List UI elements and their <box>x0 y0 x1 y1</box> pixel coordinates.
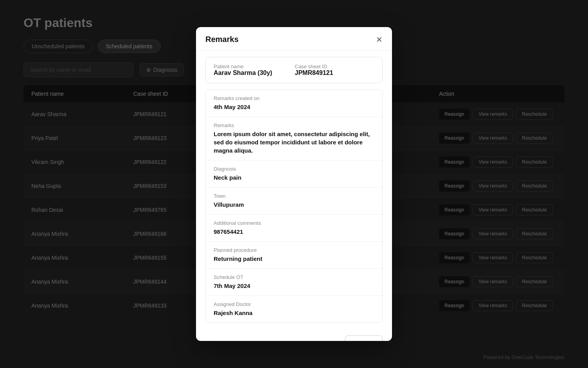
town-label: Town <box>214 193 374 199</box>
remarks-text-section: Remarks Lorem ipsum dolor sit amet, cons… <box>206 117 382 160</box>
town-value: Villupuram <box>214 200 374 209</box>
assigned-doctor-label: Assigned Doctor <box>214 301 374 307</box>
patient-name-label: Patient name <box>214 64 293 69</box>
remarks-value: Lorem ipsum dolor sit amet, consectetur … <box>214 130 374 155</box>
diagnosis-label: Diagnosis <box>214 166 374 172</box>
modal-header: Remarks ✕ <box>196 27 392 51</box>
modal-overlay: Remarks ✕ Patient name Aarav Sharma (30y… <box>0 0 588 368</box>
schedule-ot-label: Schedule OT <box>214 274 374 280</box>
diagnosis-value: Neck pain <box>214 173 374 182</box>
diagnosis-section: Diagnosis Neck pain <box>206 160 382 188</box>
assigned-doctor-value: Rajesh Kanna <box>214 309 374 317</box>
planned-procedure-value: Returning patient <box>214 255 374 263</box>
case-sheet-label: Case sheet ID <box>295 64 374 69</box>
modal-footer: Close <box>196 329 392 341</box>
remarks-modal: Remarks ✕ Patient name Aarav Sharma (30y… <box>196 27 392 341</box>
additional-comments-label: Additional comments <box>214 220 374 226</box>
modal-title: Remarks <box>205 35 239 44</box>
remarks-content: Remarks created on 4th May 2024 Remarks … <box>205 89 383 323</box>
remarks-created-value: 4th May 2024 <box>214 103 374 111</box>
town-section: Town Villupuram <box>206 188 382 215</box>
patient-info-card: Patient name Aarav Sharma (30y) Case she… <box>205 57 383 83</box>
remarks-created-section: Remarks created on 4th May 2024 <box>206 90 382 117</box>
patient-name-value: Aarav Sharma (30y) <box>214 69 293 77</box>
assigned-doctor-section: Assigned Doctor Rajesh Kanna <box>206 296 382 322</box>
schedule-ot-section: Schedule OT 7th May 2024 <box>206 269 382 296</box>
remarks-created-label: Remarks created on <box>214 95 374 101</box>
planned-procedure-section: Planned procedure Returning patient <box>206 242 382 269</box>
additional-comments-section: Additional comments 987654421 <box>206 215 382 242</box>
case-sheet-section: Case sheet ID JPMR849121 <box>295 64 374 77</box>
schedule-ot-value: 7th May 2024 <box>214 282 374 290</box>
case-sheet-value: JPMR849121 <box>295 69 374 77</box>
close-modal-button[interactable]: Close <box>345 335 383 341</box>
remarks-label: Remarks <box>214 122 374 128</box>
modal-close-button[interactable]: ✕ <box>376 36 383 44</box>
additional-comments-value: 987654421 <box>214 228 374 236</box>
patient-name-section: Patient name Aarav Sharma (30y) <box>214 64 293 77</box>
planned-procedure-label: Planned procedure <box>214 247 374 253</box>
